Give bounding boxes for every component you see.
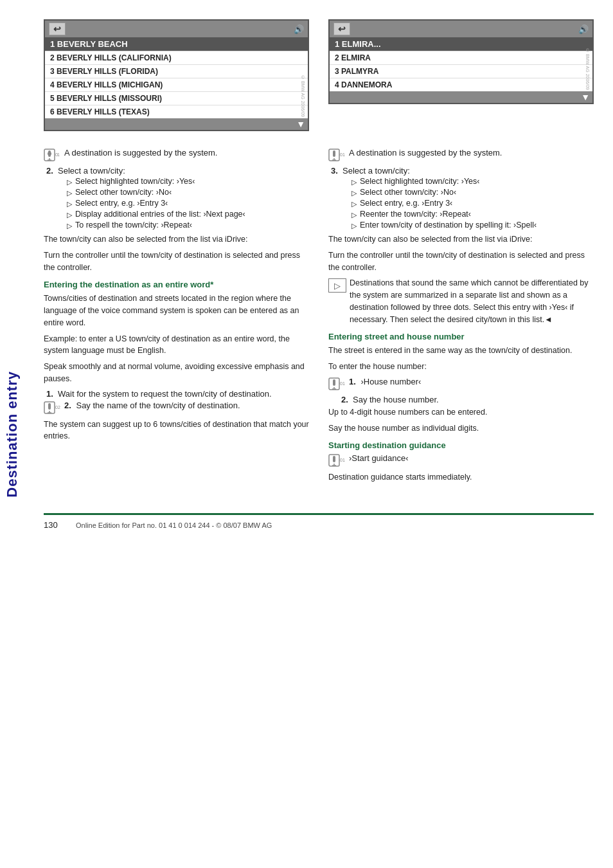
section1-para3: Speak smoothly and at normal volume, avo… xyxy=(44,361,309,385)
left-voice-icon: 🔊 xyxy=(294,24,304,34)
footer-text: Online Edition for Part no. 01 41 0 014 … xyxy=(76,521,272,529)
left-mic-intro-row: 0 1 A destination is suggested by the sy… xyxy=(44,148,309,163)
main-content: ↩ 🔊 1 BEVERLY BEACH 2 BEVERLY HILLS (CAL… xyxy=(24,0,613,549)
left-para1: The town/city can also be selected from … xyxy=(44,233,309,246)
svg-text:01: 01 xyxy=(340,458,345,462)
svg-rect-8 xyxy=(48,403,51,410)
triangle-icon: ▷ xyxy=(67,189,72,197)
house-mic-step1-row: 01 1. ›House number‹ xyxy=(328,377,594,392)
guidance-mic-icon: 01 xyxy=(328,454,346,469)
step2-num: 2. xyxy=(46,166,58,176)
sub-list-item: ▷To respell the town/city: ›Repeat‹ xyxy=(67,221,245,230)
note-text: Destinations that sound the same which c… xyxy=(350,277,594,325)
right-para1: The town/city can also be selected from … xyxy=(328,233,594,246)
left-step2: 2. Select a town/city: ▷Select highlight… xyxy=(46,166,309,231)
left-nav-box: ↩ 🔊 1 BEVERLY BEACH 2 BEVERLY HILLS (CAL… xyxy=(44,19,309,131)
right-nav-box: ↩ 🔊 1 ELMIRA... 2 ELMIRA 3 PALMYRA 4 DAN… xyxy=(328,19,594,104)
right-mic-intro-text: A destination is suggested by the system… xyxy=(349,148,502,158)
house-note2: Say the house number as individual digit… xyxy=(328,422,594,435)
step1b-num: 1. xyxy=(46,389,58,399)
guidance-cmd-text: ›Start guidance‹ xyxy=(349,453,409,463)
left-step1b: 1. Wait for the system to request the to… xyxy=(46,389,309,399)
nav-boxes-row: ↩ 🔊 1 BEVERLY BEACH 2 BEVERLY HILLS (CAL… xyxy=(44,19,594,138)
sub-list-item: ▷Select other town/city: ›No‹ xyxy=(351,188,537,197)
footer: 130 Online Edition for Part no. 01 41 0 … xyxy=(44,513,594,530)
right-back-icon[interactable]: ↩ xyxy=(333,23,350,35)
left-mic-icon: 0 1 xyxy=(44,149,62,163)
step2b-num: 2. xyxy=(64,401,71,410)
svg-text:02: 02 xyxy=(55,405,60,410)
svg-rect-23 xyxy=(333,456,335,462)
section2-para2: To enter the house number: xyxy=(328,361,594,373)
sub-list-item: ▷Select highlighted town/city: ›Yes‹ xyxy=(67,177,245,186)
list-item[interactable]: 4 BEVERLY HILLS (MICHIGAN) xyxy=(45,78,308,92)
house-mic-icon: 01 xyxy=(328,377,346,392)
right-nav-col: ↩ 🔊 1 ELMIRA... 2 ELMIRA 3 PALMYRA 4 DAN… xyxy=(328,19,594,138)
triangle-icon: ▷ xyxy=(351,200,357,208)
triangle-icon: ▷ xyxy=(67,222,72,230)
right-step3: 3. Select a town/city: ▷Select highlight… xyxy=(331,166,594,231)
house-step1-text: ›House number‹ xyxy=(360,377,421,386)
step2-content: Select a town/city: ▷Select highlighted … xyxy=(58,166,245,231)
triangle-icon: ▷ xyxy=(351,211,357,219)
right-watermark: © BMW AG 2006/09 xyxy=(585,48,590,90)
right-mic-intro-row: 01 A destination is suggested by the sys… xyxy=(328,148,594,163)
right-nav-footer: ▼ xyxy=(330,91,592,103)
section1-para1: Towns/cities of destination and streets … xyxy=(44,293,309,329)
svg-text:1: 1 xyxy=(57,152,60,157)
list-item[interactable]: 2 ELMIRA xyxy=(330,51,592,65)
left-back-icon[interactable]: ↩ xyxy=(49,23,66,35)
right-voice-icon: 🔊 xyxy=(578,24,589,34)
list-item[interactable]: 4 DANNEMORA xyxy=(330,78,592,91)
svg-text:01: 01 xyxy=(340,381,345,386)
left-para2: Turn the controller until the town/city … xyxy=(44,249,309,274)
list-item[interactable]: 2 BEVERLY HILLS (CALIFORNIA) xyxy=(45,51,308,65)
triangle-icon: ▷ xyxy=(351,189,357,197)
left-nav-footer: ▼ xyxy=(45,118,308,130)
left-nav-header: ↩ 🔊 xyxy=(45,21,308,37)
right-nav-list: 1 ELMIRA... 2 ELMIRA 3 PALMYRA 4 DANNEMO… xyxy=(330,37,592,91)
left-numbered-list: 2. Select a town/city: ▷Select highlight… xyxy=(44,166,309,231)
list-item[interactable]: 1 ELMIRA... xyxy=(330,37,592,51)
list-item[interactable]: 5 BEVERLY HILLS (MISSOURI) xyxy=(45,92,308,105)
svg-rect-13 xyxy=(333,150,335,157)
left-numbered-list2: 1. Wait for the system to request the to… xyxy=(44,389,309,399)
step3-content: Select a town/city: ▷Select highlighted … xyxy=(342,166,537,231)
right-instructions: 01 A destination is suggested by the sys… xyxy=(328,148,594,487)
svg-text:01: 01 xyxy=(340,152,345,157)
right-sub-list: ▷Select highlighted town/city: ›Yes‹ ▷Se… xyxy=(342,177,537,230)
section2-heading: Entering street and house number xyxy=(328,332,594,341)
left-sub-list: ▷Select highlighted town/city: ›Yes‹ ▷Se… xyxy=(58,177,245,230)
left-instructions: 0 1 A destination is suggested by the sy… xyxy=(44,148,309,487)
scroll-down-icon[interactable]: ▼ xyxy=(296,119,305,129)
left-mic2-icon: 02 xyxy=(44,401,62,416)
list-item[interactable]: 6 BEVERLY HILLS (TEXAS) xyxy=(45,105,308,118)
list-item[interactable]: 3 PALMYRA xyxy=(330,65,592,78)
left-mic-step2-row: 02 2. Say the name of the town/city of d… xyxy=(44,401,309,416)
list-item[interactable]: 1 BEVERLY BEACH xyxy=(45,37,308,51)
svg-rect-2 xyxy=(48,150,51,157)
step3-num: 3. xyxy=(331,166,342,176)
sidebar: Destination entry xyxy=(0,0,24,868)
section3-heading: Starting destination guidance xyxy=(328,440,594,450)
guidance-mic-row: 01 ›Start guidance‹ xyxy=(328,453,594,469)
list-item[interactable]: 3 BEVERLY HILLS (FLORIDA) xyxy=(45,65,308,78)
right-mic-icon: 01 xyxy=(328,149,346,163)
left-nav-list: 1 BEVERLY BEACH 2 BEVERLY HILLS (CALIFOR… xyxy=(45,37,308,118)
scroll-down-icon[interactable]: ▼ xyxy=(581,92,590,102)
right-nav-header: ↩ 🔊 xyxy=(330,21,592,37)
right-para2: Turn the controller until the town/city … xyxy=(328,249,594,274)
page-number: 130 xyxy=(44,520,69,530)
section1-para2: Example: to enter a US town/city of dest… xyxy=(44,333,309,357)
step1b-text: Wait for the system to request the town/… xyxy=(58,389,272,399)
sub-list-item: ▷Display additional entries of the list:… xyxy=(67,210,245,219)
sidebar-title: Destination entry xyxy=(4,371,21,498)
sub-list-item: ▷Enter town/city of destination by spell… xyxy=(351,221,537,230)
triangle-icon: ▷ xyxy=(351,222,357,230)
svg-rect-18 xyxy=(333,379,335,386)
step2b-text: Say the name of the town/city of destina… xyxy=(76,401,240,410)
guidance-note-text: Destination guidance starts immediately. xyxy=(328,471,594,484)
house-step1-content: 1. ›House number‹ xyxy=(349,377,421,386)
note-box: ▷ Destinations that sound the same which… xyxy=(328,277,594,325)
triangle-icon: ▷ xyxy=(67,178,72,186)
